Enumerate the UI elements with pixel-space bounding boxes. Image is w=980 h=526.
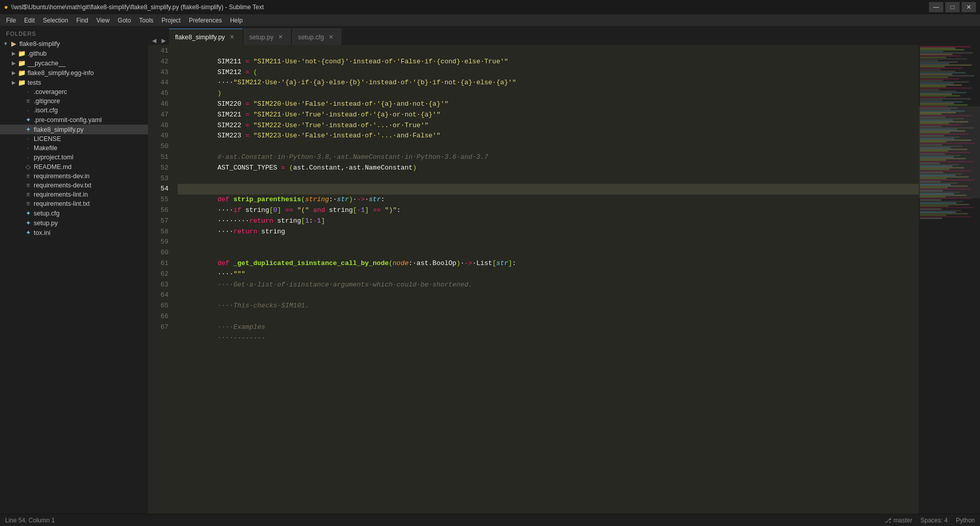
code-line-41: SIM211 = "SIM211·Use·'not·{cond}'·instea… [178, 46, 919, 57]
file-icon: · [23, 135, 33, 142]
sidebar-item-label: .coveragerc [34, 88, 148, 95]
tab-close-icon[interactable]: ✕ [327, 33, 335, 41]
sidebar-item-req-dev[interactable]: ≡ requirements-dev.in [0, 172, 148, 181]
sidebar-item-label: Makefile [34, 145, 148, 152]
code-line-67: ····-------- [178, 322, 919, 333]
line-num-58: 58 [148, 227, 168, 237]
sidebar-item-label: __pycache__ [28, 60, 148, 67]
sidebar-item-req-dev-txt[interactable]: ≡ requirements-dev.txt [0, 181, 148, 190]
sidebar-item-github[interactable]: ▶ 📁 .github [0, 49, 148, 58]
line-num-47: 47 [148, 110, 168, 121]
tab-setup-py[interactable]: setup.py ✕ [243, 29, 291, 45]
menu-help[interactable]: Help [226, 16, 247, 25]
file-icon: ◇ [23, 163, 33, 171]
main-area: FOLDERS ▼ ▶ flake8-simplify ▶ 📁 .github … [0, 27, 980, 514]
folder-icon: 📁 [17, 50, 27, 57]
editor[interactable]: 41 42 43 44 45 46 47 48 49 50 51 52 53 5… [148, 45, 980, 514]
statusbar: Line 54, Column 1 ⎇ master Spaces: 4 Pyt… [0, 514, 980, 526]
sidebar-item-label: .github [28, 50, 148, 57]
file-icon: · [23, 107, 33, 114]
menu-project[interactable]: Project [158, 16, 185, 25]
menu-goto[interactable]: Goto [114, 16, 135, 25]
titlebar: ● \\wsl$\Ubuntu\home\math\git\flake8-sim… [0, 0, 980, 14]
sidebar-item-makefile[interactable]: · Makefile [0, 144, 148, 153]
expand-arrow: ▼ [2, 41, 9, 46]
line-num-64: 64 [148, 290, 168, 301]
menu-edit[interactable]: Edit [20, 16, 39, 25]
menu-tools[interactable]: Tools [135, 16, 158, 25]
file-icon: · [23, 154, 33, 161]
menubar: File Edit Selection Find View Goto Tools… [0, 14, 980, 27]
sidebar-item-license[interactable]: · LICENSE [0, 134, 148, 144]
sidebar-item-pycache[interactable]: ▶ 📁 __pycache__ [0, 58, 148, 68]
sidebar-item-coveragerc[interactable]: · .coveragerc [0, 87, 148, 97]
tab-label: setup.py [250, 34, 274, 41]
sidebar-item-gitignore[interactable]: ≡ .gitignore [0, 97, 148, 106]
menu-view[interactable]: View [92, 16, 114, 25]
folder-icon: 📁 [17, 59, 27, 67]
file-icon: ≡ [23, 182, 33, 189]
menu-file[interactable]: File [2, 16, 20, 25]
tab-flake8-simplify[interactable]: flake8_simplify.py ✕ [169, 29, 242, 45]
sidebar-item-label: flake8-simplify [19, 40, 148, 47]
sidebar-item-req-lint-txt[interactable]: ≡ requirements-lint.txt [0, 199, 148, 208]
file-icon: · [23, 145, 33, 152]
sidebar-item-label: .gitignore [34, 98, 148, 105]
file-icon: ≡ [23, 191, 33, 198]
sidebar-item-label: .isort.cfg [34, 107, 148, 114]
sidebar-item-precommit[interactable]: ✦ .pre-commit-config.yaml [0, 115, 148, 125]
menu-selection[interactable]: Selection [39, 16, 72, 25]
expand-arrow: ▶ [10, 60, 17, 66]
line-num-66: 66 [148, 312, 168, 322]
file-icon: ✦ [23, 209, 33, 217]
tab-close-icon[interactable]: ✕ [228, 33, 236, 41]
close-button[interactable]: ✕ [962, 2, 976, 12]
minimize-button[interactable]: — [929, 2, 943, 12]
sidebar-item-label: tests [28, 79, 148, 86]
code-line-59 [178, 237, 919, 248]
expand-arrow: ▶ [10, 70, 17, 76]
code-line-53 [178, 174, 919, 184]
statusbar-spaces[interactable]: Spaces: 4 [920, 517, 947, 524]
sidebar-item-setup-py[interactable]: ✦ setup.py [0, 218, 148, 228]
sidebar-item-flake8simplify-py[interactable]: ✦ flake8_simplify.py [0, 125, 148, 134]
code-line-43: ····"SIM212·Use·'{a}·if·{a}·else·{b}'·in… [178, 67, 919, 78]
sidebar-item-egg-info[interactable]: ▶ 📁 flake8_simplify.egg-info [0, 68, 148, 78]
code-line-50: #·ast.Constant·in·Python·3.8,·ast.NameCo… [178, 141, 919, 152]
sidebar-item-tests[interactable]: ▶ 📁 tests [0, 78, 148, 87]
tab-nav-prev[interactable]: ◀ [150, 36, 158, 45]
sidebar-item-label: tox.ini [34, 229, 148, 236]
menu-preferences[interactable]: Preferences [185, 16, 226, 25]
code-area[interactable]: SIM211 = "SIM211·Use·'not·{cond}'·instea… [173, 45, 919, 514]
code-line-60: def _get_duplicated_isinstance_call_by_n… [178, 248, 919, 258]
file-icon: ✦ [23, 219, 33, 227]
file-icon: · [23, 88, 33, 95]
statusbar-language[interactable]: Python [956, 517, 975, 524]
sidebar-item-setup-cfg[interactable]: ✦ setup.cfg [0, 208, 148, 218]
line-num-48: 48 [148, 121, 168, 131]
sidebar-item-label: .pre-commit-config.yaml [34, 116, 148, 124]
tab-close-icon[interactable]: ✕ [277, 33, 285, 41]
line-num-56: 56 [148, 205, 168, 216]
tab-label: flake8_simplify.py [175, 34, 225, 41]
sidebar-item-req-lint[interactable]: ≡ requirements-lint.in [0, 190, 148, 199]
sidebar-item-tox[interactable]: ✦ tox.ini [0, 228, 148, 237]
statusbar-left: Line 54, Column 1 [5, 517, 55, 524]
maximize-button[interactable]: □ [945, 2, 960, 12]
line-num-63: 63 [148, 280, 168, 291]
statusbar-git-branch[interactable]: ⎇ master [885, 517, 913, 524]
tab-setup-cfg[interactable]: setup.cfg ✕ [292, 29, 341, 45]
sidebar-item-label: README.md [34, 163, 148, 171]
sidebar-item-label: setup.cfg [34, 210, 148, 217]
menu-find[interactable]: Find [72, 16, 92, 25]
sidebar-item-readme[interactable]: ◇ README.md [0, 162, 148, 172]
line-num-43: 43 [148, 67, 168, 78]
statusbar-line-col[interactable]: Line 54, Column 1 [5, 517, 55, 524]
sidebar-item-flake8-simplify[interactable]: ▼ ▶ flake8-simplify [0, 39, 148, 49]
line-num-67: 67 [148, 322, 168, 333]
sidebar-item-pyproject[interactable]: · pyproject.toml [0, 153, 148, 162]
sidebar-item-isort[interactable]: · .isort.cfg [0, 106, 148, 115]
tab-nav-next[interactable]: ▶ [159, 36, 167, 45]
file-icon: ≡ [23, 173, 33, 180]
line-num-41: 41 [148, 46, 168, 57]
